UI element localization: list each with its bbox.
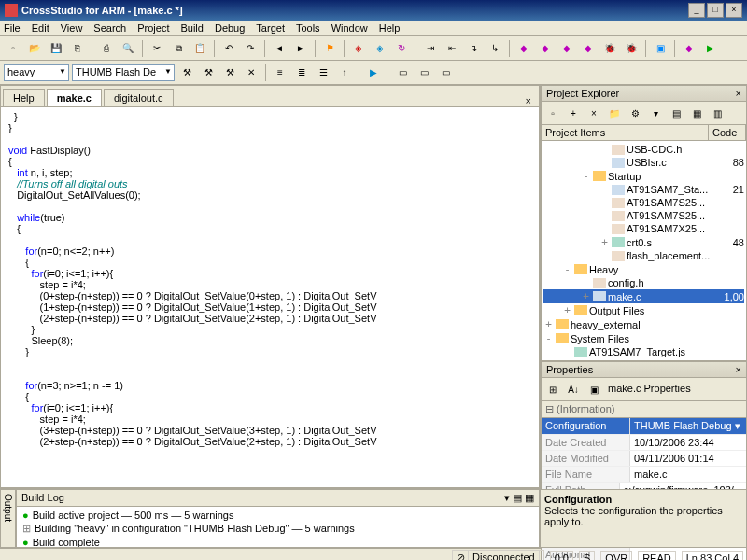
tab-digitaloutc[interactable]: digitalout.c (104, 89, 174, 106)
tab-makec[interactable]: make.c (47, 89, 102, 106)
tree-head-items[interactable]: Project Items (542, 125, 709, 140)
play-icon[interactable]: ▶ (364, 63, 383, 82)
tree-item[interactable]: AT91SAM7_Sta...21 (543, 183, 744, 196)
reset-icon[interactable]: ↻ (392, 39, 411, 58)
menu-file[interactable]: File (4, 22, 21, 34)
indent-icon[interactable]: ⇥ (421, 39, 440, 58)
bp4-icon[interactable]: ◆ (579, 39, 598, 58)
bugs2-icon[interactable]: 🐞 (622, 39, 641, 58)
buildlog-combo-icon[interactable]: ▾ ▤ ▦ (504, 492, 534, 504)
mem-icon[interactable]: ▣ (651, 39, 669, 58)
nav-fwd-icon[interactable]: ► (291, 39, 310, 58)
props-cat-info[interactable]: ⊟ (Information) (542, 401, 746, 418)
status-ins[interactable]: S (579, 551, 595, 561)
prop-row[interactable]: ConfigurationTHUMB Flash Debug ▾ (542, 418, 746, 435)
props-close-icon[interactable]: × (736, 364, 741, 375)
minimize-button[interactable]: _ (688, 3, 705, 18)
ws3-icon[interactable]: ▭ (436, 63, 455, 82)
rebuild-icon[interactable]: ⚒ (199, 63, 218, 82)
bp1-icon[interactable]: ◆ (514, 39, 533, 58)
tree-item[interactable]: AT91SAM7_Target.js (543, 345, 744, 358)
target-icon[interactable]: ◈ (371, 39, 389, 58)
exp-opt4-icon[interactable]: ▥ (708, 104, 726, 122)
tree-item[interactable]: +make.c1,00 (543, 289, 744, 303)
exp-opt3-icon[interactable]: ▦ (687, 104, 706, 122)
prop-row[interactable]: Date Created10/10/2006 23:44 (542, 435, 746, 451)
saveall-icon[interactable]: ⎘ (68, 39, 87, 58)
status-read[interactable]: READ (638, 551, 676, 561)
exp-new-icon[interactable]: ▫ (543, 104, 562, 122)
menu-target[interactable]: Target (256, 22, 285, 34)
close-button[interactable]: × (726, 3, 742, 18)
exp-props-icon[interactable]: ⚙ (626, 104, 644, 122)
props-obj-icon[interactable]: ▣ (585, 380, 603, 399)
stop-build-icon[interactable]: ✕ (242, 63, 261, 82)
menu-help[interactable]: Help (379, 22, 401, 34)
tree-item[interactable]: AT91SAM7S25... (543, 196, 744, 209)
menu-search[interactable]: Search (93, 22, 126, 34)
tree-item[interactable]: USBIsr.c88 (543, 156, 744, 169)
undo-icon[interactable]: ↶ (219, 39, 238, 58)
menu-window[interactable]: Window (331, 22, 368, 34)
menu-build[interactable]: Build (180, 22, 203, 34)
bp5-icon[interactable]: ◆ (680, 39, 698, 58)
menu-edit[interactable]: Edit (32, 22, 49, 34)
status-ovr[interactable]: OVR (600, 551, 632, 561)
run-icon[interactable]: ▶ (701, 39, 720, 58)
ws1-icon[interactable]: ▭ (393, 63, 412, 82)
prop-row[interactable]: Date Modified04/11/2006 01:14 (542, 451, 746, 467)
bugs-icon[interactable]: 🐞 (600, 39, 619, 58)
outdent-icon[interactable]: ⇤ (443, 39, 461, 58)
flag-icon[interactable]: ⚑ (320, 39, 339, 58)
menu-tools[interactable]: Tools (296, 22, 320, 34)
tree-item[interactable]: +crt0.s48 (543, 235, 744, 249)
bp3-icon[interactable]: ◆ (557, 39, 576, 58)
tree-item[interactable]: USB-CDC.h (543, 143, 744, 156)
buildall-icon[interactable]: ⚒ (220, 63, 239, 82)
copy-icon[interactable]: ⧉ (169, 39, 188, 58)
tree-item[interactable]: config.h (543, 276, 744, 289)
tree-item[interactable]: AT91SAM7X25... (543, 222, 744, 235)
new-icon[interactable]: ▫ (4, 39, 22, 58)
step-icon[interactable]: ↴ (464, 39, 483, 58)
tree-item[interactable]: -System Files (543, 331, 744, 345)
exp-opt1-icon[interactable]: ▾ (646, 104, 665, 122)
bp2-icon[interactable]: ◆ (536, 39, 555, 58)
props-cat-icon[interactable]: ⊞ (543, 380, 562, 399)
code-editor[interactable]: }} void FastDisplay(){ int n, i, step; /… (1, 107, 539, 487)
output-tab[interactable]: Output (0, 489, 16, 548)
tab-close-icon[interactable]: × (522, 95, 535, 106)
tab-Help[interactable]: Help (3, 89, 45, 106)
exp-del-icon[interactable]: × (585, 104, 603, 122)
tree-item[interactable]: flash_placement... (543, 249, 744, 262)
up-icon[interactable]: ↑ (335, 63, 354, 82)
menu-view[interactable]: View (61, 22, 83, 34)
menu-debug[interactable]: Debug (215, 22, 245, 34)
save-icon[interactable]: 💾 (47, 39, 65, 58)
props-az-icon[interactable]: A↓ (564, 380, 583, 399)
tree-item[interactable]: +Output Files (543, 303, 744, 317)
print-icon[interactable]: ⎙ (97, 39, 116, 58)
maximize-button[interactable]: □ (707, 3, 724, 18)
config-combo[interactable]: THUMB Flash De (72, 64, 175, 81)
nav-back-icon[interactable]: ◄ (270, 39, 289, 58)
ws2-icon[interactable]: ▭ (415, 63, 433, 82)
project-tree[interactable]: USB-CDC.h USBIsr.c88-Startup AT91SAM7_St… (542, 141, 746, 360)
bars-icon[interactable]: ☰ (314, 63, 332, 82)
tree-item[interactable]: +heavy_external (543, 317, 744, 331)
step2-icon[interactable]: ↳ (486, 39, 504, 58)
connect-icon[interactable]: ◈ (349, 39, 368, 58)
buildlog-body[interactable]: Build active project — 500 ms — 5 warnin… (17, 507, 539, 547)
redo-icon[interactable]: ↷ (241, 39, 260, 58)
exp-add-icon[interactable]: + (564, 104, 583, 122)
explorer-close-icon[interactable]: × (736, 88, 741, 99)
exp-folder-icon[interactable]: 📁 (605, 104, 624, 122)
paste-icon[interactable]: 📋 (190, 39, 209, 58)
prop-row[interactable]: File Namemake.c (542, 467, 746, 483)
preview-icon[interactable]: 🔍 (119, 39, 137, 58)
open-icon[interactable]: 📂 (25, 39, 44, 58)
exp-opt2-icon[interactable]: ▤ (667, 104, 685, 122)
tree-item[interactable]: -Heavy (543, 262, 744, 276)
list-icon[interactable]: ≡ (271, 63, 289, 82)
project-combo[interactable]: heavy (4, 64, 69, 81)
